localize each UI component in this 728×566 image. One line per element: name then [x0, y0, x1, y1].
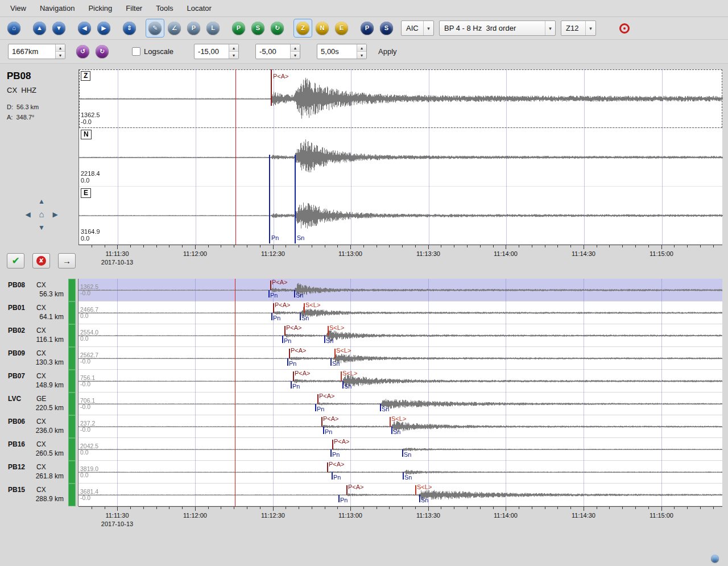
station-trace[interactable]: 756.1-0.0P<A>S<L>PnSn [78, 370, 722, 393]
nav-down-button[interactable]: ▼ [38, 224, 45, 232]
pick-marker-manual[interactable] [332, 472, 333, 480]
reject-pick-button[interactable]: ✘ [32, 253, 50, 268]
station-trace[interactable]: 2554.00.0P<A>S<L>PnSn [78, 324, 722, 347]
station-row-lvc[interactable]: LVCGE220.5 km706.1-0.0P<A>PnSn [0, 393, 728, 415]
pick-marker-auto[interactable] [341, 371, 342, 381]
rotate-ccw-button[interactable]: ↺ [73, 42, 92, 61]
pick-marker-manual[interactable] [323, 427, 324, 434]
apply-button[interactable]: Apply [375, 45, 400, 58]
phase-s-button[interactable]: S [377, 19, 396, 38]
relocate-button[interactable] [615, 19, 634, 38]
waveform-canvas[interactable] [78, 393, 722, 415]
station-trace[interactable]: 3681.4-0.0P<A>S<L>PnSn [78, 484, 722, 506]
component-n-button[interactable]: N [313, 19, 332, 38]
pick-marker-auto[interactable] [332, 440, 333, 449]
waveform-canvas[interactable] [78, 484, 722, 506]
pick-marker-manual[interactable] [291, 381, 292, 389]
waveform-canvas[interactable] [78, 279, 722, 301]
menu-filter[interactable]: Filter [119, 2, 149, 15]
pick-marker-auto[interactable] [346, 485, 348, 495]
spin-down-icon[interactable]: ▾ [229, 52, 238, 59]
pick-marker-manual[interactable] [294, 290, 295, 298]
next-station-apply-button[interactable]: → [58, 253, 76, 268]
waveform-canvas[interactable] [78, 324, 722, 347]
next-station-button[interactable]: ▼ [49, 19, 68, 38]
station-trace[interactable]: 3819.00.0P<A>PnSn [78, 461, 722, 484]
pick-marker-manual[interactable] [269, 155, 270, 243]
component-e-button[interactable]: E [332, 19, 351, 38]
pick-marker-auto[interactable] [327, 462, 328, 472]
pick-marker-manual[interactable] [330, 449, 332, 457]
station-trace[interactable]: 706.1-0.0P<A>PnSn [78, 393, 722, 415]
pick-marker-manual[interactable] [380, 404, 381, 411]
menu-navigation[interactable]: Navigation [33, 2, 81, 15]
pick-marker-auto[interactable] [284, 326, 286, 336]
pick-marker-manual[interactable] [287, 358, 288, 366]
pick-marker-manual[interactable] [300, 313, 301, 320]
pick-marker-manual[interactable] [338, 495, 340, 502]
spin-down-icon[interactable]: ▾ [357, 52, 366, 59]
filter-select[interactable]: BP 4 - 8 Hz 3rd order ▾ [439, 20, 556, 36]
spin-up-icon[interactable]: ▴ [56, 44, 65, 52]
nav-home-button[interactable]: ⌂ [39, 209, 44, 219]
waveform-canvas[interactable] [78, 370, 722, 393]
pick-marker-manual[interactable] [391, 427, 392, 434]
rotate-cw-button[interactable]: ↻ [93, 42, 111, 61]
waveform-canvas[interactable] [78, 461, 722, 484]
pick-marker-manual[interactable] [419, 495, 420, 502]
waveform-canvas[interactable] [78, 347, 722, 370]
component-z-button[interactable]: Z [293, 19, 312, 38]
station-trace[interactable]: 1362.5-0.0P<A>PnSn [78, 279, 722, 301]
pick-marker-manual[interactable] [330, 358, 332, 366]
sort-traces-button[interactable]: ⇕ [120, 19, 139, 38]
pick-marker-manual[interactable] [402, 449, 403, 457]
station-row-pb15[interactable]: PB15CX288.9 km3681.4-0.0P<A>S<L>PnSn [0, 484, 728, 506]
pick-marker-manual[interactable] [268, 290, 270, 298]
logscale-checkbox[interactable] [132, 47, 140, 56]
confirm-pick-button[interactable]: ✔ [7, 253, 24, 268]
nav-right-button[interactable]: ▶ [52, 210, 57, 218]
picker-algorithm-select[interactable]: AIC ▾ [401, 20, 434, 36]
auto-pick-p-button[interactable]: P [229, 19, 248, 38]
pick-marker-manual[interactable] [342, 381, 344, 389]
station-row-pb09[interactable]: PB09CX130.3 km2562.7-0.0P<A>S<L>PnSn [0, 347, 728, 370]
station-row-pb12[interactable]: PB12CX261.8 km3819.00.0P<A>PnSn [0, 461, 728, 484]
uncertainty-l-button[interactable]: L [204, 19, 222, 38]
pick-marker-auto[interactable] [270, 280, 271, 290]
nav-up-button[interactable]: ▲ [38, 197, 45, 205]
auto-pick-s-button[interactable]: S [249, 19, 267, 38]
spin-up-icon[interactable]: ▴ [229, 44, 238, 52]
pick-marker-auto[interactable] [321, 417, 322, 427]
station-trace[interactable]: 2466.70.0P<A>S<L>PnSn [78, 301, 722, 324]
waveform-canvas[interactable] [78, 301, 722, 324]
pick-marker-manual[interactable] [271, 313, 272, 320]
pick-marker-auto[interactable] [293, 371, 294, 381]
station-trace[interactable]: 237.2-0.0P<A>S<L>PnSn [78, 415, 722, 438]
time-window-spinner[interactable]: 5,00s ▴ ▾ [317, 44, 367, 59]
polarity-button[interactable]: ∠ [165, 19, 184, 38]
menu-locator[interactable]: Locator [180, 2, 218, 15]
component-trace-e[interactable]: E3164.90.0 [79, 187, 722, 245]
pick-marker-auto[interactable] [273, 303, 274, 313]
pick-marker-auto[interactable] [317, 394, 318, 404]
pick-marker-manual[interactable] [282, 336, 283, 343]
amplitude-min-spinner[interactable]: -15,00 ▴ ▾ [194, 44, 239, 59]
pick-marker-auto[interactable] [390, 417, 391, 427]
pick-marker-manual[interactable] [324, 336, 325, 343]
station-row-pb01[interactable]: PB01CX64.1 km2466.70.0P<A>S<L>PnSn [0, 301, 728, 324]
previous-station-button[interactable]: ▲ [30, 19, 49, 38]
station-row-pb07[interactable]: PB07CX148.9 km756.1-0.0P<A>S<L>PnSn [0, 370, 728, 393]
pick-marker-auto[interactable] [271, 69, 272, 106]
station-row-pb08[interactable]: PB08CX56.3 km1362.5-0.0P<A>PnSn [0, 279, 728, 301]
waveform-canvas[interactable] [78, 438, 722, 461]
station-trace[interactable]: 2562.7-0.0P<A>S<L>PnSn [78, 347, 722, 370]
pick-marker-manual[interactable] [295, 155, 296, 243]
menu-picking[interactable]: Picking [81, 2, 119, 15]
spin-down-icon[interactable]: ▾ [56, 52, 65, 59]
spin-up-icon[interactable]: ▴ [357, 44, 366, 52]
menu-tools[interactable]: Tools [149, 2, 180, 15]
pick-marker-manual[interactable] [403, 472, 404, 480]
component-trace-panel[interactable]: Z1362.5-0.0N2218.40.0E3164.90.0P<A>PnSn [78, 69, 722, 245]
station-trace[interactable]: 2042.50.0P<A>PnSn [78, 438, 722, 461]
next-trace-button[interactable]: ▶ [94, 19, 113, 38]
